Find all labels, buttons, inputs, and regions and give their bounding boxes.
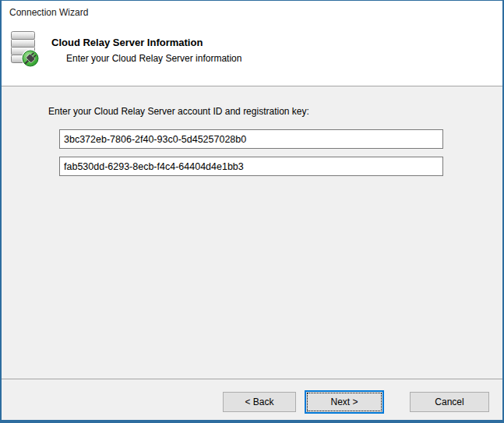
cancel-button[interactable]: Cancel <box>410 392 489 412</box>
connection-wizard-dialog: Connection Wizard <box>0 0 504 423</box>
wizard-header: Cloud Relay Server Information Enter you… <box>2 23 502 86</box>
credentials-label: Enter your Cloud Relay Server account ID… <box>48 106 309 117</box>
account-id-input[interactable] <box>59 129 443 149</box>
titlebar[interactable]: Connection Wizard <box>2 1 502 23</box>
wizard-body: Enter your Cloud Relay Server account ID… <box>2 86 502 379</box>
registration-key-input[interactable] <box>59 157 443 176</box>
next-button[interactable]: Next > <box>305 390 384 414</box>
back-button[interactable]: < Back <box>223 392 296 412</box>
header-subtitle: Enter your Cloud Relay Server informatio… <box>66 53 241 64</box>
wizard-footer: < Back Next > Cancel <box>2 379 502 420</box>
plug-badge <box>22 50 38 66</box>
window-title: Connection Wizard <box>9 7 88 18</box>
database-connected-icon <box>11 31 39 68</box>
header-title: Cloud Relay Server Information <box>51 37 203 48</box>
